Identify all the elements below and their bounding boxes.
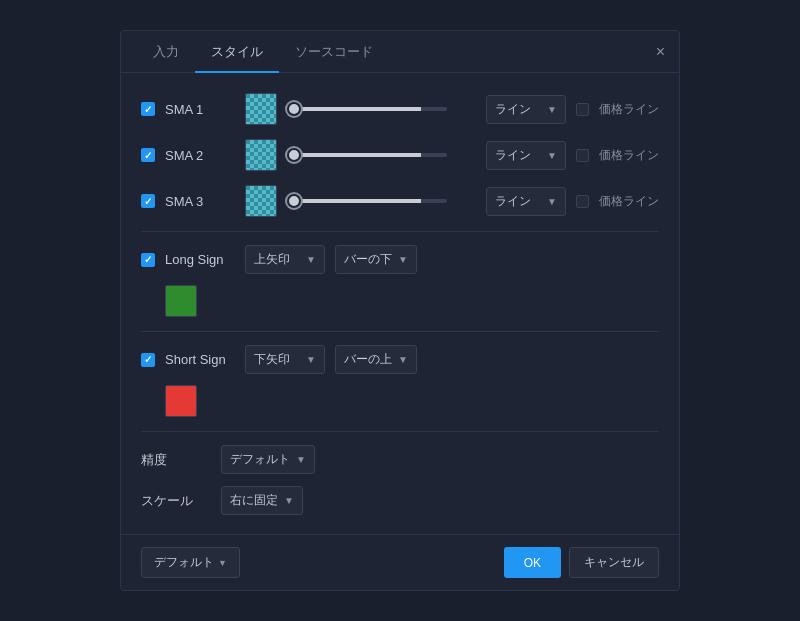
precision-arrow: ▼ (296, 454, 306, 465)
sma2-linetype-select[interactable]: ライン ▼ (486, 141, 566, 170)
sma1-color[interactable] (245, 93, 277, 125)
tab-source[interactable]: ソースコード (279, 31, 389, 73)
sma2-linetype-arrow: ▼ (547, 150, 557, 161)
sma3-label: SMA 3 (165, 194, 235, 209)
sma3-color[interactable] (245, 185, 277, 217)
footer: デフォルト ▼ OK キャンセル (121, 534, 679, 590)
sma2-label: SMA 2 (165, 148, 235, 163)
default-dropdown-arrow: ▼ (218, 558, 227, 568)
sma2-slider-container (287, 153, 476, 157)
sma1-priceline-label: 価格ライン (599, 101, 659, 118)
shortsign-shape-arrow: ▼ (306, 354, 316, 365)
tab-input[interactable]: 入力 (137, 31, 195, 73)
sma1-slider-thumb[interactable] (287, 102, 301, 116)
scale-select[interactable]: 右に固定 ▼ (221, 486, 303, 515)
divider1 (141, 231, 659, 232)
divider2 (141, 331, 659, 332)
longsign-position-select[interactable]: バーの下 ▼ (335, 245, 417, 274)
shortsign-color[interactable] (165, 385, 197, 417)
divider3 (141, 431, 659, 432)
sma3-slider-container (287, 199, 476, 203)
sma1-slider-container (287, 107, 476, 111)
longsign-checkbox[interactable] (141, 253, 155, 267)
sma3-priceline-checkbox[interactable] (576, 195, 589, 208)
precision-select[interactable]: デフォルト ▼ (221, 445, 315, 474)
sma1-slider-track[interactable] (287, 107, 447, 111)
longsign-shape-select[interactable]: 上矢印 ▼ (245, 245, 325, 274)
sma3-linetype-arrow: ▼ (547, 196, 557, 207)
longsign-row: Long Sign 上矢印 ▼ バーの下 ▼ (141, 242, 659, 277)
footer-right: OK キャンセル (504, 547, 659, 578)
precision-row: 精度 デフォルト ▼ (141, 442, 659, 477)
sma2-slider-track[interactable] (287, 153, 447, 157)
shortsign-label: Short Sign (165, 352, 235, 367)
sma3-slider-thumb[interactable] (287, 194, 301, 208)
tab-style[interactable]: スタイル (195, 31, 279, 73)
shortsign-checkbox[interactable] (141, 353, 155, 367)
longsign-color[interactable] (165, 285, 197, 317)
shortsign-color-row (165, 385, 659, 417)
sma2-priceline-label: 価格ライン (599, 147, 659, 164)
sma3-row: SMA 3 ライン ▼ 価格ライン (141, 181, 659, 221)
sma1-row: SMA 1 ライン ▼ 価格ライン (141, 89, 659, 129)
scale-label: スケール (141, 492, 211, 510)
sma1-checkbox[interactable] (141, 102, 155, 116)
default-button[interactable]: デフォルト ▼ (141, 547, 240, 578)
sma1-priceline-checkbox[interactable] (576, 103, 589, 116)
tab-bar: 入力 スタイル ソースコード × (121, 31, 679, 73)
content-area: SMA 1 ライン ▼ 価格ライン SMA 2 (121, 73, 679, 534)
longsign-color-row (165, 285, 659, 317)
sma2-checkbox[interactable] (141, 148, 155, 162)
longsign-label: Long Sign (165, 252, 235, 267)
ok-button[interactable]: OK (504, 547, 561, 578)
scale-row: スケール 右に固定 ▼ (141, 483, 659, 518)
sma3-checkbox[interactable] (141, 194, 155, 208)
sma3-priceline-label: 価格ライン (599, 193, 659, 210)
cancel-button[interactable]: キャンセル (569, 547, 659, 578)
sma2-color[interactable] (245, 139, 277, 171)
close-button[interactable]: × (656, 44, 665, 60)
sma1-label: SMA 1 (165, 102, 235, 117)
longsign-shape-arrow: ▼ (306, 254, 316, 265)
shortsign-position-select[interactable]: バーの上 ▼ (335, 345, 417, 374)
sma3-slider-fill (301, 199, 421, 203)
shortsign-row: Short Sign 下矢印 ▼ バーの上 ▼ (141, 342, 659, 377)
sma1-linetype-select[interactable]: ライン ▼ (486, 95, 566, 124)
sma2-priceline-checkbox[interactable] (576, 149, 589, 162)
scale-arrow: ▼ (284, 495, 294, 506)
sma2-slider-fill (301, 153, 421, 157)
sma2-slider-thumb[interactable] (287, 148, 301, 162)
dialog: 入力 スタイル ソースコード × SMA 1 ライン ▼ 価格ライン (120, 30, 680, 591)
longsign-position-arrow: ▼ (398, 254, 408, 265)
sma1-linetype-arrow: ▼ (547, 104, 557, 115)
sma2-row: SMA 2 ライン ▼ 価格ライン (141, 135, 659, 175)
sma1-slider-fill (301, 107, 421, 111)
shortsign-position-arrow: ▼ (398, 354, 408, 365)
sma3-linetype-select[interactable]: ライン ▼ (486, 187, 566, 216)
sma3-slider-track[interactable] (287, 199, 447, 203)
shortsign-shape-select[interactable]: 下矢印 ▼ (245, 345, 325, 374)
precision-label: 精度 (141, 451, 211, 469)
